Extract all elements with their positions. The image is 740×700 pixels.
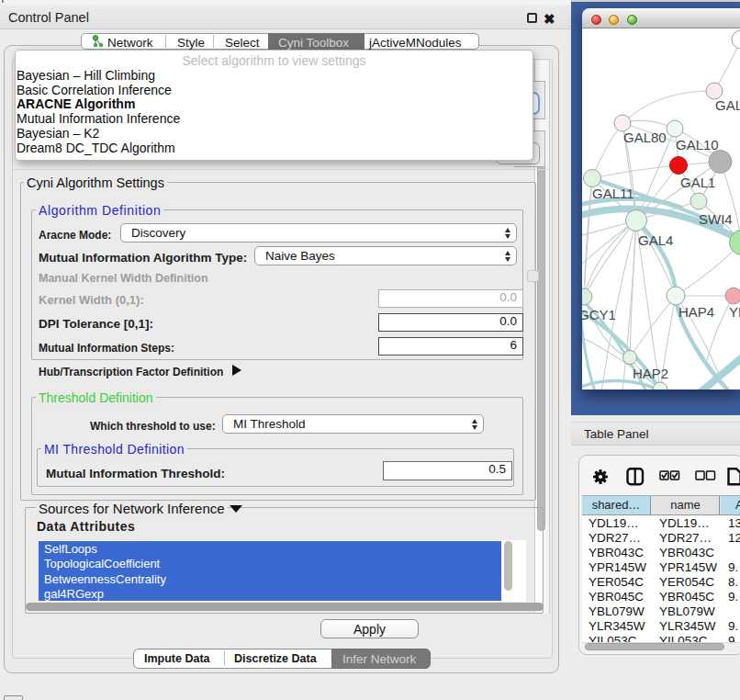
svg-text:GAL7: GAL7 xyxy=(715,97,740,113)
svg-text:GAL1: GAL1 xyxy=(680,175,715,190)
svg-text:GAL80: GAL80 xyxy=(623,130,667,145)
svg-text:YM: YM xyxy=(729,304,740,320)
svg-text:SWI4: SWI4 xyxy=(699,211,733,227)
svg-text:GAL11: GAL11 xyxy=(592,186,634,201)
svg-text:HAP4: HAP4 xyxy=(678,304,714,320)
svg-text:GAL10: GAL10 xyxy=(676,137,719,152)
svg-text:HAP2: HAP2 xyxy=(633,366,668,381)
svg-text:GAL4: GAL4 xyxy=(638,232,673,248)
svg-text:GCY1: GCY1 xyxy=(582,307,616,322)
